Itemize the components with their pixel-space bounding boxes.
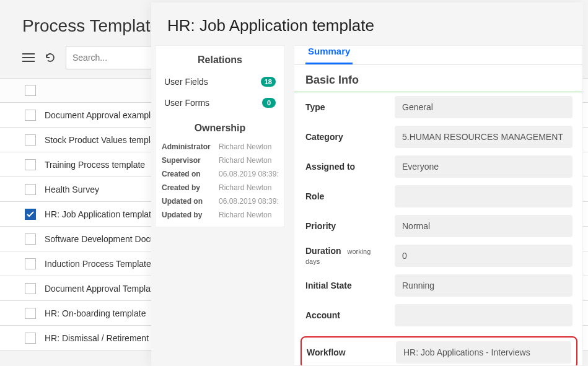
detail-pane: HR: Job Application template Relations U…	[151, 2, 583, 366]
ownership-label: Supervisor	[162, 156, 219, 165]
field-label: Account	[305, 310, 386, 320]
field-value[interactable]	[395, 185, 573, 207]
ownership-row: Created on06.08.2019 08:39:16	[156, 167, 284, 181]
field-duration: Duration working days 0	[305, 245, 573, 267]
row-label: HR: On-boarding template	[45, 308, 146, 318]
field-type: Type General	[305, 96, 573, 118]
field-label: Assigned to	[305, 162, 386, 172]
field-value[interactable]: 0	[395, 245, 573, 267]
field-value[interactable]	[395, 304, 573, 326]
row-checkbox[interactable]	[25, 233, 36, 245]
row-label: Health Survey	[45, 185, 99, 194]
field-label: Priority	[305, 221, 386, 231]
row-checkbox[interactable]	[25, 134, 36, 146]
ownership-value: 06.08.2019 08:39:16	[219, 170, 278, 178]
relations-heading: Relations	[156, 46, 284, 72]
ownership-label: Created on	[162, 170, 219, 178]
field-initial-state: Initial State Running	[305, 274, 573, 297]
relation-label: User Forms	[164, 98, 209, 108]
row-checkbox[interactable]	[25, 184, 36, 195]
basic-info-heading: Basic Info	[294, 65, 582, 92]
ownership-value: Richard Newton	[219, 142, 278, 151]
field-category: Category 5.HUMAN RESOURCES MANAGEMENT	[305, 126, 573, 148]
field-value[interactable]: HR: Job Applications - Interviews	[396, 341, 571, 364]
refresh-icon[interactable]	[45, 52, 56, 63]
row-checkbox[interactable]	[25, 308, 36, 319]
ownership-value: 06.08.2019 08:39:16	[219, 197, 278, 206]
search-input-wrap	[66, 46, 152, 69]
row-checkbox[interactable]	[25, 333, 36, 344]
field-value[interactable]: General	[395, 96, 573, 118]
field-value[interactable]: Normal	[395, 215, 573, 237]
ownership-row: SupervisorRichard Newton	[156, 154, 284, 167]
field-label: Initial State	[305, 281, 386, 290]
row-label: Document Approval Template	[45, 284, 158, 294]
relations-card: Relations User Fields 18 User Forms 0 Ow…	[155, 45, 285, 227]
row-label: Document Approval example	[45, 110, 156, 120]
field-workflow: Workflow HR: Job Applications - Intervie…	[307, 341, 571, 364]
tabs: Summary	[294, 46, 582, 65]
row-checkbox[interactable]	[25, 283, 36, 294]
row-checkbox[interactable]	[25, 258, 36, 269]
row-label: HR: Job Application template	[45, 209, 156, 219]
ownership-row: Updated byRichard Newton	[156, 208, 284, 227]
ownership-row: Updated on06.08.2019 08:39:16	[156, 194, 284, 208]
search-input[interactable]	[66, 53, 152, 63]
row-checkbox[interactable]	[25, 209, 36, 220]
field-value[interactable]: Running	[395, 274, 573, 297]
relation-count-badge: 18	[261, 77, 276, 87]
field-value[interactable]: Everyone	[395, 155, 573, 178]
ownership-label: Administrator	[162, 142, 219, 151]
relation-count-badge: 0	[262, 98, 276, 108]
menu-icon[interactable]	[22, 53, 35, 62]
field-account: Account	[305, 304, 573, 326]
field-role: Role	[305, 185, 573, 207]
row-label: Training Process template	[45, 160, 145, 170]
field-label: Duration working days	[305, 246, 386, 266]
ownership-value: Richard Newton	[219, 183, 278, 192]
ownership-value: Richard Newton	[219, 156, 278, 165]
row-label: Stock Product Values template	[45, 135, 162, 145]
field-label: Workflow	[307, 347, 387, 357]
select-all-checkbox[interactable]	[25, 85, 36, 96]
ownership-row: Created byRichard Newton	[156, 181, 284, 194]
workflow-highlight: Workflow HR: Job Applications - Intervie…	[301, 336, 577, 366]
ownership-heading: Ownership	[156, 114, 284, 140]
field-priority: Priority Normal	[305, 215, 573, 237]
ownership-label: Updated on	[162, 197, 219, 206]
summary-panel: Summary Basic Info Type General Category…	[294, 45, 583, 366]
row-checkbox[interactable]	[25, 110, 36, 121]
field-label: Role	[305, 191, 386, 201]
detail-title: HR: Job Application template	[151, 2, 583, 45]
tab-summary[interactable]: Summary	[305, 46, 353, 64]
ownership-label: Updated by	[162, 211, 219, 219]
ownership-row: AdministratorRichard Newton	[156, 140, 284, 154]
relation-user-forms[interactable]: User Forms 0	[156, 93, 284, 114]
row-checkbox[interactable]	[25, 159, 36, 170]
relation-label: User Fields	[164, 77, 208, 87]
field-label: Type	[305, 102, 386, 112]
ownership-label: Created by	[162, 183, 219, 192]
field-value[interactable]: 5.HUMAN RESOURCES MANAGEMENT	[395, 126, 573, 148]
ownership-value: Richard Newton	[219, 211, 278, 219]
row-label: Induction Process Template	[45, 259, 151, 269]
relation-user-fields[interactable]: User Fields 18	[156, 72, 284, 93]
field-assigned-to: Assigned to Everyone	[305, 155, 573, 178]
field-label: Category	[305, 132, 386, 142]
